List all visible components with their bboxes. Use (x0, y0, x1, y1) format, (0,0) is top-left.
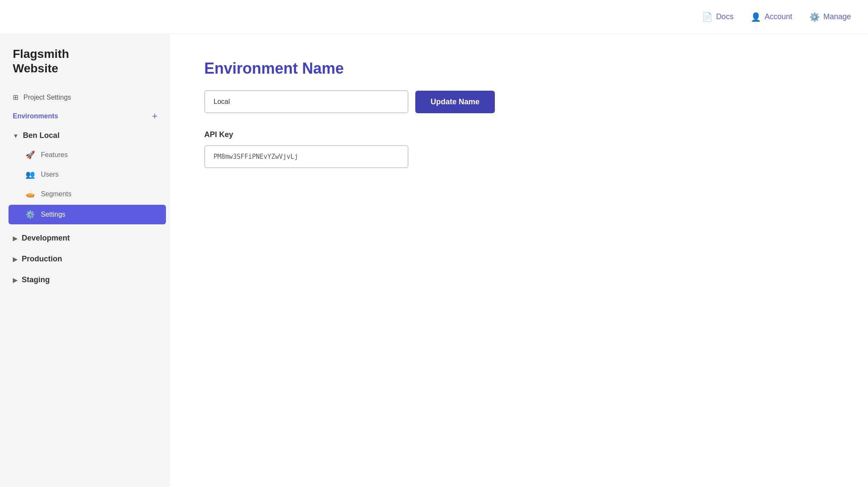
account-link[interactable]: 👤 Account (751, 12, 792, 22)
chevron-down-icon: ▼ (13, 132, 19, 139)
sidebar-item-users[interactable]: 👥 Users (4, 165, 170, 184)
chevron-right-icon: ▶ (13, 235, 17, 242)
page-title: Environment Name (204, 60, 834, 77)
env-group-staging[interactable]: ▶ Staging (0, 269, 170, 290)
update-name-button[interactable]: Update Name (415, 91, 495, 113)
environments-section-header[interactable]: Environments + (0, 106, 170, 126)
api-key-label: API Key (204, 130, 834, 139)
docs-link[interactable]: 📄 Docs (702, 12, 734, 22)
sidebar-item-features[interactable]: 🚀 Features (4, 145, 170, 165)
features-icon: 🚀 (26, 150, 35, 160)
add-environment-icon[interactable]: + (152, 111, 157, 122)
users-icon: 👥 (26, 170, 35, 179)
project-settings-label: Project Settings (23, 94, 71, 101)
api-key-value: PM8mw3SFFiPNEvYZwVjvLj (204, 145, 408, 168)
staging-label: Staging (22, 275, 50, 284)
sidebar-item-settings[interactable]: ⚙️ Settings (9, 205, 166, 224)
account-icon: 👤 (751, 12, 761, 22)
settings-label: Settings (41, 211, 66, 218)
env-header-ben-local[interactable]: ▼ Ben Local (0, 126, 170, 145)
chevron-right-icon: ▶ (13, 277, 17, 284)
top-navigation: 📄 Docs 👤 Account ⚙️ Manage (0, 0, 868, 34)
manage-link[interactable]: ⚙️ Manage (809, 12, 851, 22)
env-group-development[interactable]: ▶ Development (0, 228, 170, 249)
users-label: Users (41, 171, 59, 178)
env-group-production[interactable]: ▶ Production (0, 249, 170, 269)
docs-icon: 📄 (702, 12, 713, 22)
api-key-section: API Key PM8mw3SFFiPNEvYZwVjvLj (204, 130, 834, 168)
sidebar-item-project-settings[interactable]: ⊞ Project Settings (0, 88, 170, 106)
environments-label: Environments (13, 112, 58, 120)
env-name-ben-local: Ben Local (23, 131, 60, 140)
environment-name-row: Update Name (204, 90, 834, 113)
account-label: Account (765, 12, 792, 21)
sidebar: Flagsmith Website ⊞ Project Settings Env… (0, 34, 170, 487)
development-label: Development (22, 234, 70, 243)
environment-name-input[interactable] (204, 90, 408, 113)
features-label: Features (41, 151, 68, 159)
chevron-right-icon: ▶ (13, 256, 17, 263)
project-settings-icon: ⊞ (13, 93, 18, 101)
app-logo: Flagsmith Website (0, 47, 170, 88)
production-label: Production (22, 255, 62, 264)
segments-icon: 🥧 (26, 189, 35, 199)
manage-icon: ⚙️ (809, 12, 820, 22)
settings-icon: ⚙️ (26, 210, 35, 219)
sidebar-item-segments[interactable]: 🥧 Segments (4, 184, 170, 204)
env-items-ben-local: 🚀 Features 👥 Users 🥧 Segments ⚙️ Setting… (0, 145, 170, 224)
segments-label: Segments (41, 190, 71, 198)
main-content: Environment Name Update Name API Key PM8… (170, 34, 868, 487)
env-group-ben-local: ▼ Ben Local 🚀 Features 👥 Users 🥧 Segment… (0, 126, 170, 224)
manage-label: Manage (823, 12, 851, 21)
docs-label: Docs (716, 12, 734, 21)
